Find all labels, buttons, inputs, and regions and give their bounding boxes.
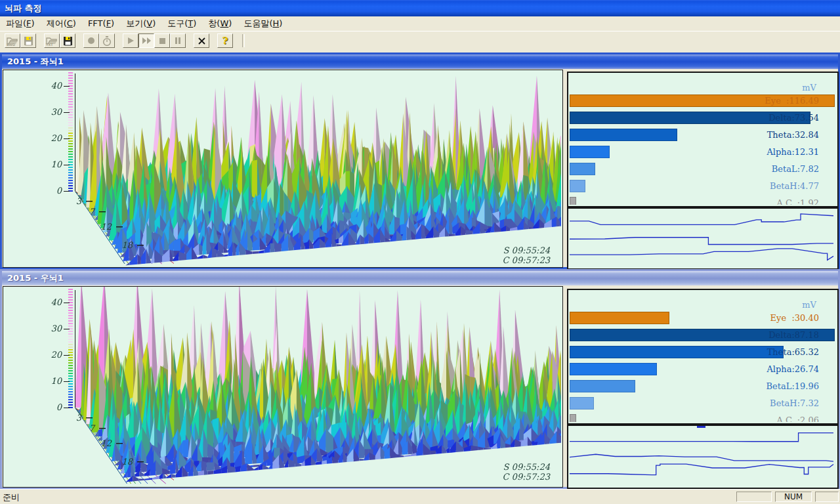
menu-item-file[interactable]: 파일(F) bbox=[0, 16, 41, 31]
stop-icon bbox=[159, 37, 166, 45]
fast-forward-button[interactable] bbox=[138, 33, 154, 48]
toolbar-icon-caption: BWD bbox=[7, 43, 15, 47]
waterfall-plot-right bbox=[3, 286, 563, 488]
floppy-icon bbox=[24, 36, 33, 46]
band-bar-eye bbox=[570, 312, 669, 324]
record-button[interactable] bbox=[83, 33, 99, 48]
pause-button[interactable] bbox=[170, 33, 186, 48]
status-cell-num: NUM bbox=[775, 492, 812, 502]
band-label-ac: A.C. :1.92 bbox=[734, 198, 819, 205]
pause-icon bbox=[174, 37, 182, 45]
band-label-betal: BetaL:19.96 bbox=[734, 381, 819, 392]
record-icon bbox=[87, 37, 95, 45]
band-bar-theta bbox=[570, 129, 677, 141]
band-label-alpha: Alpha:26.74 bbox=[734, 364, 819, 375]
waterfall-canvas-right bbox=[3, 287, 561, 486]
trend-canvas-right bbox=[568, 426, 835, 485]
band-bars-container: mVEye :116.49Delta:73.54Theta:32.84Alpha… bbox=[570, 74, 836, 205]
window-titlebar[interactable]: 뇌파 측정 bbox=[0, 0, 840, 16]
band-label-betah: BetaH:4.77 bbox=[734, 180, 819, 192]
band-bar-betah bbox=[570, 180, 585, 192]
child-window-right-brain: 2015 - 우뇌1 mVEye :30.40Delta:87.18Theta:… bbox=[0, 269, 840, 489]
unit-label-mv: mV bbox=[802, 300, 816, 310]
save-button[interactable] bbox=[60, 33, 75, 48]
open-txt-button[interactable]: TXT bbox=[44, 33, 60, 48]
menu-item-tools[interactable]: 도구(T) bbox=[161, 16, 202, 31]
toolbar-separator bbox=[242, 34, 245, 47]
window-title: 뇌파 측정 bbox=[5, 3, 42, 13]
band-label-eye: Eye :30.40 bbox=[734, 312, 819, 324]
child-title-text: 2015 - 좌뇌1 bbox=[7, 56, 64, 66]
band-label-betah: BetaH:7.32 bbox=[734, 398, 819, 409]
band-label-delta: Delta:87.18 bbox=[734, 329, 819, 341]
band-bars-container: mVEye :30.40Delta:87.18Theta:65.32Alpha:… bbox=[570, 291, 836, 422]
child-titlebar-right-brain[interactable]: 2015 - 우뇌1 bbox=[2, 271, 838, 285]
stop-button[interactable] bbox=[154, 33, 170, 48]
app-window: { "window": { "title": "뇌파 측정" }, "menu"… bbox=[0, 0, 840, 504]
band-bar-betal bbox=[570, 163, 595, 175]
band-bar-ac bbox=[570, 197, 576, 205]
fast-forward-icon bbox=[142, 37, 152, 45]
menu-item-control[interactable]: 제어(C) bbox=[41, 16, 82, 31]
band-bar-alpha bbox=[570, 363, 657, 375]
help-button[interactable]: ? bbox=[217, 33, 233, 48]
child-window-left-brain: 2015 - 좌뇌1 mVEye :116.49Delta:73.54Theta… bbox=[0, 52, 840, 269]
play-icon bbox=[127, 37, 135, 45]
menu-item-view[interactable]: 보기(V) bbox=[120, 16, 161, 31]
band-bar-betah bbox=[570, 397, 594, 410]
band-bar-chart-right: mVEye :30.40Delta:87.18Theta:65.32Alpha:… bbox=[567, 289, 839, 425]
band-label-eye: Eye :116.49 bbox=[734, 95, 819, 106]
trend-chart-right bbox=[567, 425, 839, 489]
status-cell-2 bbox=[815, 492, 839, 502]
close-x-icon bbox=[198, 37, 206, 45]
band-label-ac: A.C. :2.06 bbox=[734, 415, 819, 422]
child-title-text: 2015 - 우뇌1 bbox=[7, 273, 64, 283]
band-bar-alpha bbox=[570, 146, 610, 158]
trend-canvas-left bbox=[568, 209, 835, 266]
menu-item-window[interactable]: 창(W) bbox=[202, 16, 238, 31]
child-titlebar-left-brain[interactable]: 2015 - 좌뇌1 bbox=[2, 54, 838, 69]
toolbar-icon-caption: TXT bbox=[46, 43, 53, 47]
band-bar-chart-left: mVEye :116.49Delta:73.54Theta:32.84Alpha… bbox=[567, 72, 839, 207]
toolbar: BWDTXT? bbox=[0, 31, 840, 49]
band-label-delta: Delta:73.54 bbox=[734, 112, 819, 123]
statusbar: 준비 NUM bbox=[0, 489, 840, 504]
band-label-alpha: Alpha:12.31 bbox=[734, 146, 819, 158]
menu-item-fft[interactable]: FFT(F) bbox=[82, 16, 120, 31]
band-label-theta: Theta:32.84 bbox=[734, 129, 819, 140]
stopwatch-icon bbox=[102, 36, 112, 46]
trend-chart-left bbox=[567, 207, 839, 270]
menu-item-help[interactable]: 도움말(H) bbox=[238, 16, 288, 31]
help-icon: ? bbox=[222, 35, 228, 47]
band-bar-ac bbox=[570, 414, 576, 422]
timer-button[interactable] bbox=[99, 33, 115, 48]
band-label-betal: BetaL:7.82 bbox=[734, 163, 819, 175]
floppy-icon bbox=[63, 36, 73, 46]
band-bar-betal bbox=[570, 380, 635, 392]
band-label-theta: Theta:65.32 bbox=[734, 346, 819, 358]
save-bwd-button[interactable] bbox=[20, 33, 36, 48]
play-button[interactable] bbox=[123, 33, 138, 48]
child-body-left-brain: mVEye :116.49Delta:73.54Theta:32.84Alpha… bbox=[2, 69, 838, 267]
child-body-right-brain: mVEye :30.40Delta:87.18Theta:65.32Alpha:… bbox=[2, 285, 838, 487]
unit-label-mv: mV bbox=[802, 83, 816, 93]
open-bwd-button[interactable]: BWD bbox=[5, 33, 20, 48]
status-ready-text: 준비 bbox=[3, 492, 20, 503]
waterfall-plot-left bbox=[3, 70, 563, 268]
menubar: 파일(F)제어(C)FFT(F)보기(V)도구(T)창(W)도움말(H) bbox=[0, 16, 840, 32]
waterfall-canvas-left bbox=[3, 70, 561, 266]
status-cell-1 bbox=[736, 492, 772, 502]
close-button[interactable] bbox=[194, 33, 209, 48]
